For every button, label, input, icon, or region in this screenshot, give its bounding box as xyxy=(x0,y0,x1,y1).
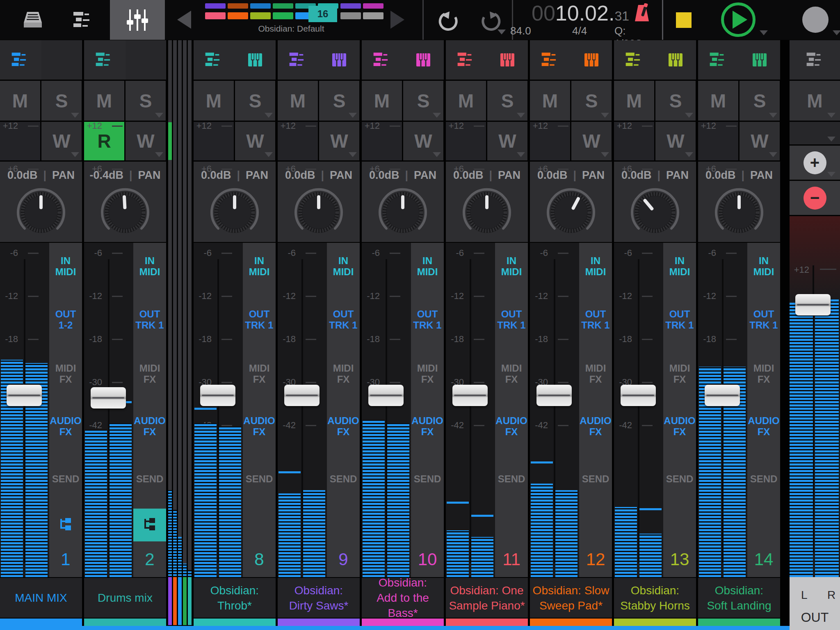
audio-fx-slot[interactable]: AUDIO FX xyxy=(579,415,612,437)
instrument-editor-button[interactable] xyxy=(740,40,780,80)
pan-knob[interactable] xyxy=(530,182,612,242)
scene-pad[interactable] xyxy=(363,12,383,19)
stop-button[interactable] xyxy=(676,12,692,28)
input-route[interactable]: IN MIDI xyxy=(663,255,696,277)
automation-write-button[interactable]: W xyxy=(740,122,780,160)
solo-button[interactable]: S xyxy=(403,81,443,121)
arranger-button[interactable] xyxy=(58,0,107,40)
send-slot[interactable]: SEND xyxy=(579,473,612,484)
send-slot[interactable]: SEND xyxy=(495,473,528,484)
fader-cap[interactable] xyxy=(91,387,126,409)
midi-fx-slot[interactable]: MIDI FX xyxy=(133,363,166,385)
audio-fx-slot[interactable]: AUDIO FX xyxy=(495,415,528,437)
instrument-tracks-button[interactable] xyxy=(0,40,40,80)
send-slot[interactable]: SEND xyxy=(49,473,82,484)
output-route[interactable]: OUT TRK 1 xyxy=(747,308,780,331)
collapsed-channels[interactable] xyxy=(168,40,192,626)
midi-fx-slot[interactable]: MIDI FX xyxy=(579,363,612,385)
audio-fx-slot[interactable]: AUDIO FX xyxy=(243,415,276,437)
midi-fx-slot[interactable]: MIDI FX xyxy=(243,363,276,385)
automation-write-button[interactable]: W xyxy=(41,122,82,160)
output-route[interactable]: OUT TRK 1 xyxy=(327,308,360,331)
add-channel-button[interactable]: + xyxy=(790,146,840,180)
instrument-tracks-button[interactable] xyxy=(194,40,234,80)
instrument-editor-button[interactable] xyxy=(655,40,696,80)
pan-knob[interactable] xyxy=(614,182,696,242)
send-slot[interactable]: SEND xyxy=(133,473,166,484)
mute-button[interactable]: M xyxy=(446,81,486,121)
channel-name[interactable]: Drums mix xyxy=(84,578,166,618)
collapsed-channel[interactable] xyxy=(183,40,187,618)
automation-write-button[interactable]: W xyxy=(571,122,612,160)
output-route[interactable]: OUT TRK 1 xyxy=(243,308,276,331)
mute-button[interactable]: M xyxy=(614,81,654,121)
audio-fx-slot[interactable]: AUDIO FX xyxy=(49,415,82,437)
pan-knob[interactable] xyxy=(0,182,82,242)
mute-button[interactable]: M xyxy=(278,81,318,121)
solo-button[interactable]: S xyxy=(487,81,527,121)
scene-pad-marker[interactable]: 16 xyxy=(308,6,337,22)
output-route[interactable]: OUT TRK 1 xyxy=(663,308,696,331)
scene-pad[interactable] xyxy=(363,3,383,9)
solo-button[interactable]: S xyxy=(319,81,359,121)
time-signature[interactable]: 4/4 xyxy=(572,25,587,37)
fader-cap[interactable] xyxy=(200,385,235,406)
pan-knob[interactable] xyxy=(446,182,528,242)
audio-fx-slot[interactable]: AUDIO FX xyxy=(133,415,166,437)
channel-name[interactable]: Obsidian: Stabby Horns xyxy=(614,578,696,618)
instrument-editor-button[interactable] xyxy=(571,40,612,80)
collapsed-channel[interactable] xyxy=(173,40,177,618)
input-route[interactable]: IN MIDI xyxy=(579,255,612,277)
redo-button[interactable] xyxy=(474,0,507,40)
scene-pad[interactable] xyxy=(205,12,226,19)
scene-forward-button[interactable] xyxy=(390,11,404,29)
pan-knob[interactable] xyxy=(362,182,444,242)
instrument-tracks-button[interactable] xyxy=(698,40,738,80)
output-route[interactable]: OUT TRK 1 xyxy=(133,308,166,331)
collapsed-channel[interactable] xyxy=(178,40,182,618)
output-route[interactable]: OUT TRK 1 xyxy=(579,308,612,331)
mute-button[interactable]: M xyxy=(194,81,234,121)
metronome-button[interactable] xyxy=(632,3,651,25)
instrument-editor-button[interactable] xyxy=(235,40,275,80)
output-route[interactable]: OUT TRK 1 xyxy=(411,308,444,331)
instrument-tracks-button[interactable] xyxy=(446,40,486,80)
scene-back-button[interactable] xyxy=(177,11,191,29)
horizontal-scrollbar[interactable] xyxy=(0,626,790,630)
automation-write-button[interactable]: W xyxy=(655,122,696,160)
output-route[interactable]: OUT TRK 1 xyxy=(495,308,528,331)
mute-button[interactable]: M xyxy=(698,81,738,121)
scene-pad[interactable] xyxy=(250,12,271,19)
automation-write-button[interactable]: W xyxy=(403,122,443,160)
undo-button[interactable] xyxy=(433,0,466,40)
pan-knob[interactable] xyxy=(194,182,276,242)
mute-button[interactable]: M xyxy=(530,81,570,121)
remove-channel-button[interactable]: − xyxy=(790,181,840,215)
mute-button[interactable]: M xyxy=(84,81,124,121)
automation-write-button[interactable]: W xyxy=(235,122,275,160)
automation-write-button[interactable]: W xyxy=(126,122,166,160)
scene-pad[interactable] xyxy=(340,3,361,9)
mute-button[interactable]: M xyxy=(0,81,40,121)
channel-name[interactable]: Obsidian: Soft Landing xyxy=(698,578,780,618)
scene-pad[interactable] xyxy=(228,12,248,19)
channel-name[interactable]: Obsidian: Slow Sweep Pad* xyxy=(530,578,612,618)
play-button[interactable] xyxy=(721,2,756,37)
input-route[interactable]: IN MIDI xyxy=(411,255,444,277)
send-slot[interactable]: SEND xyxy=(243,473,276,484)
channel-name[interactable]: Obsidian: One Sample Piano* xyxy=(446,578,528,618)
instrument-tracks-button[interactable] xyxy=(278,40,318,80)
routing-view-button[interactable] xyxy=(133,509,166,541)
input-route[interactable]: IN MIDI xyxy=(133,255,166,277)
midi-fx-slot[interactable]: MIDI FX xyxy=(327,363,360,385)
instrument-tracks-button[interactable] xyxy=(530,40,570,80)
fader-cap[interactable] xyxy=(705,385,740,406)
input-route[interactable]: IN MIDI xyxy=(747,255,780,277)
fader-cap[interactable] xyxy=(7,385,42,406)
send-slot[interactable]: SEND xyxy=(411,473,444,484)
audio-fx-slot[interactable]: AUDIO FX xyxy=(327,415,360,437)
fader-cap[interactable] xyxy=(284,385,320,406)
mute-button[interactable]: M xyxy=(362,81,402,121)
instrument-tracks-button[interactable] xyxy=(614,40,654,80)
input-route[interactable]: IN MIDI xyxy=(495,255,528,277)
